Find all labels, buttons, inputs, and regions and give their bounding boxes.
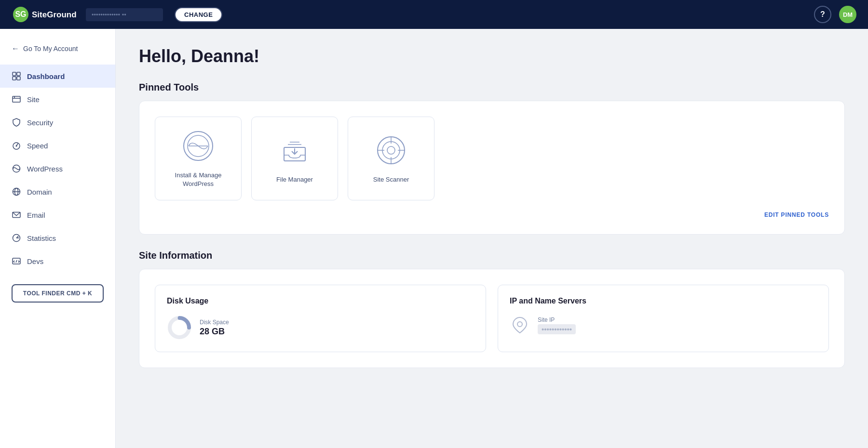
sidebar-item-label-wordpress: WordPress xyxy=(27,165,63,173)
tool-card-install-wp[interactable]: Install & Manage WordPress xyxy=(155,117,242,200)
ip-nameservers-title: IP and Name Servers xyxy=(510,297,817,305)
file-manager-icon xyxy=(277,133,312,168)
sidebar-item-wordpress[interactable]: WordPress xyxy=(0,157,115,180)
tool-card-file-manager[interactable]: File Manager xyxy=(251,117,338,200)
ip-nameservers-card: IP and Name Servers Site IP •••••••••• xyxy=(498,285,829,352)
svg-text:SiteGround: SiteGround xyxy=(32,10,77,19)
domain-icon xyxy=(12,187,21,197)
site-information-card: Disk Usage Disk Space 28 GB xyxy=(139,269,845,368)
disk-chart xyxy=(167,315,192,340)
sidebar-item-site[interactable]: Site xyxy=(0,88,115,111)
wordpress-icon xyxy=(12,164,21,173)
sidebar-item-label-statistics: Statistics xyxy=(27,234,56,242)
site-ip-value: •••••••••••• xyxy=(538,324,576,334)
disk-space-value: 28 GB xyxy=(200,327,229,337)
help-button[interactable]: ? xyxy=(814,6,831,23)
svg-point-38 xyxy=(517,322,522,327)
disk-info: Disk Space 28 GB xyxy=(200,319,229,337)
tool-finder-button[interactable]: TOOL FINDER CMD + K xyxy=(12,284,104,303)
ip-info: Site IP •••••••••••• xyxy=(538,316,576,334)
sidebar-item-email[interactable]: Email xyxy=(0,203,115,226)
file-manager-label: File Manager xyxy=(276,175,313,184)
install-wp-icon xyxy=(181,129,216,163)
sidebar-item-statistics[interactable]: Statistics xyxy=(0,226,115,250)
svg-rect-6 xyxy=(17,77,20,80)
sidebar-item-label-dashboard: Dashboard xyxy=(27,72,65,80)
site-information-title: Site Information xyxy=(139,250,845,261)
disk-usage-title: Disk Usage xyxy=(167,297,474,305)
go-back-label: Go To My Account xyxy=(23,45,78,53)
top-navigation: SG SiteGround ••••••••••••• •• CHANGE ? … xyxy=(0,0,868,29)
location-pin-icon xyxy=(510,315,530,335)
pinned-tools-grid: Install & Manage WordPress xyxy=(155,117,829,200)
sidebar-item-domain[interactable]: Domain xyxy=(0,180,115,203)
change-button[interactable]: CHANGE xyxy=(175,7,222,22)
logo: SG SiteGround xyxy=(12,5,74,24)
page-greeting: Hello, Deanna! xyxy=(139,46,845,66)
security-icon xyxy=(12,118,21,127)
site-selector: ••••••••••••• •• xyxy=(86,8,163,21)
sidebar-item-label-email: Email xyxy=(27,211,45,219)
site-information-section: Site Information Disk Usage xyxy=(139,250,845,368)
svg-rect-5 xyxy=(13,77,16,80)
back-arrow-icon: ← xyxy=(12,44,19,53)
main-layout: ← Go To My Account Dashboard xyxy=(0,29,868,448)
sidebar: ← Go To My Account Dashboard xyxy=(0,29,116,448)
logo-svg: SG SiteGround xyxy=(12,5,74,24)
sidebar-item-label-devs: Devs xyxy=(27,257,43,265)
svg-rect-3 xyxy=(13,72,16,76)
statistics-icon xyxy=(12,233,21,243)
site-info-grid: Disk Usage Disk Space 28 GB xyxy=(155,285,829,352)
speed-icon xyxy=(12,141,21,150)
go-to-my-account-link[interactable]: ← Go To My Account xyxy=(0,37,115,61)
svg-text:SG: SG xyxy=(15,10,26,18)
topnav-right: ? DM xyxy=(814,6,856,23)
edit-pinned-tools-container: EDIT PINNED TOOLS xyxy=(155,210,829,219)
edit-pinned-tools-link[interactable]: EDIT PINNED TOOLS xyxy=(764,211,829,218)
svg-rect-7 xyxy=(13,96,20,102)
svg-point-31 xyxy=(387,146,395,154)
sidebar-item-label-domain: Domain xyxy=(27,188,52,196)
sidebar-item-devs[interactable]: Devs xyxy=(0,250,115,273)
site-icon xyxy=(12,94,21,104)
topnav-left: SG SiteGround ••••••••••••• •• CHANGE xyxy=(12,5,222,24)
install-wp-label: Install & Manage WordPress xyxy=(163,171,233,188)
devs-icon xyxy=(12,256,21,266)
main-content: Hello, Deanna! Pinned Tools xyxy=(116,29,868,448)
svg-point-30 xyxy=(382,142,400,159)
svg-point-11 xyxy=(16,145,17,147)
site-ip-label: Site IP xyxy=(538,316,576,323)
dashboard-icon xyxy=(12,71,21,81)
svg-rect-4 xyxy=(17,72,20,76)
svg-line-21 xyxy=(16,260,17,263)
sidebar-item-label-site: Site xyxy=(27,95,40,104)
sidebar-nav: Dashboard Site xyxy=(0,61,115,277)
sidebar-item-label-speed: Speed xyxy=(27,142,48,150)
tool-card-site-scanner[interactable]: Site Scanner xyxy=(348,117,434,200)
disk-space-label: Disk Space xyxy=(200,319,229,326)
pinned-tools-card: Install & Manage WordPress xyxy=(139,101,845,235)
sidebar-item-security[interactable]: Security xyxy=(0,111,115,134)
site-scanner-icon xyxy=(374,133,408,168)
site-scanner-label: Site Scanner xyxy=(373,175,409,184)
sidebar-item-dashboard[interactable]: Dashboard xyxy=(0,65,115,88)
user-avatar[interactable]: DM xyxy=(839,6,856,23)
pinned-tools-section: Pinned Tools Install & Ma xyxy=(139,82,845,235)
ip-row: Site IP •••••••••••• xyxy=(510,315,817,335)
sidebar-item-label-security: Security xyxy=(27,119,53,127)
email-icon xyxy=(12,210,21,220)
sidebar-item-speed[interactable]: Speed xyxy=(0,134,115,157)
pinned-tools-title: Pinned Tools xyxy=(139,82,845,93)
disk-row: Disk Space 28 GB xyxy=(167,315,474,340)
disk-usage-card: Disk Usage Disk Space 28 GB xyxy=(155,285,486,352)
question-mark-icon: ? xyxy=(820,10,825,19)
